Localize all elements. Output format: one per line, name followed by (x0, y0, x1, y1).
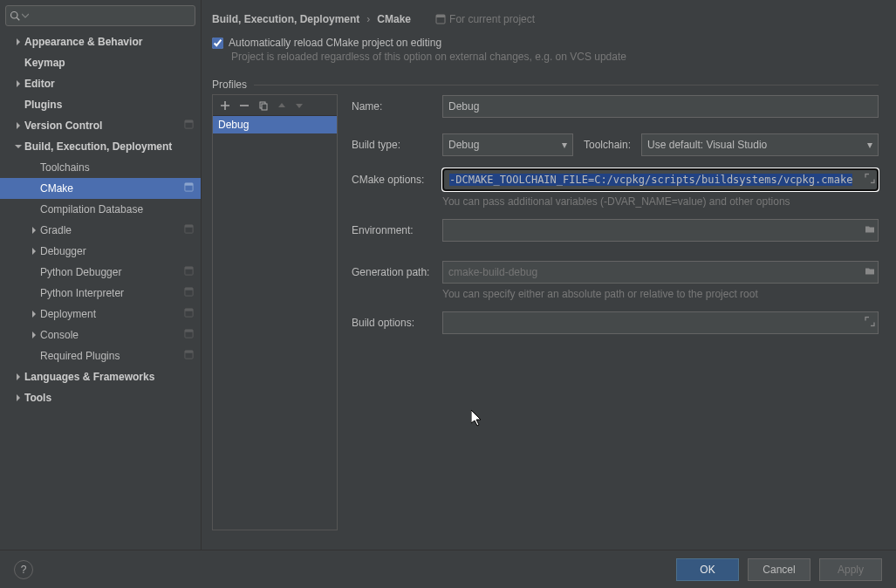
sidebar-item-label: Plugins (24, 99, 194, 111)
generation-path-hint: You can specify either an absolute path … (442, 288, 879, 300)
sidebar-item-label: Build, Execution, Deployment (24, 140, 194, 153)
sidebar-item-label: Editor (24, 78, 194, 90)
apply-button[interactable]: Apply (819, 558, 882, 581)
sidebar-item-label: Gradle (40, 224, 184, 236)
sidebar-item[interactable]: Tools (0, 387, 201, 408)
expand-icon[interactable] (865, 174, 875, 187)
toolchain-combo[interactable]: Use default: Visual Studio ▾ (641, 133, 879, 156)
chevron-right-icon (12, 394, 24, 401)
search-icon (10, 10, 20, 21)
environment-label: Environment: (352, 224, 442, 236)
move-up-button[interactable] (277, 101, 286, 110)
auto-reload-label: Automatically reload CMake project on ed… (229, 37, 441, 49)
cmake-options-input[interactable] (442, 168, 879, 191)
copy-profile-button[interactable] (258, 100, 269, 111)
sidebar-item[interactable]: Appearance & Behavior (0, 31, 201, 52)
project-scope-icon (184, 266, 194, 278)
help-button[interactable]: ? (14, 560, 33, 579)
sidebar-item[interactable]: Console (0, 325, 201, 345)
build-type-label: Build type: (352, 139, 442, 151)
chevron-right-icon (12, 373, 24, 380)
sidebar-item-label: Keymap (24, 57, 194, 69)
chevron-right-icon (12, 122, 24, 129)
chevron-right-icon: › (366, 13, 370, 25)
sidebar-item[interactable]: Debugger (0, 241, 201, 262)
project-scope-icon (184, 308, 194, 320)
expand-icon[interactable] (865, 317, 875, 330)
add-profile-button[interactable] (220, 100, 230, 111)
divider (254, 85, 879, 85)
breadcrumb-item: CMake (377, 13, 411, 25)
browse-icon[interactable] (865, 224, 875, 237)
sidebar-item-label: CMake (40, 182, 184, 195)
project-scope-icon (184, 287, 194, 299)
cmake-options-label: CMake options: (352, 174, 442, 186)
dialog-footer: ? OK Cancel Apply (0, 550, 896, 588)
generation-path-input[interactable] (442, 261, 879, 284)
auto-reload-checkbox[interactable] (212, 38, 223, 49)
sidebar-item[interactable]: Editor (0, 73, 201, 94)
build-options-input[interactable] (442, 311, 879, 334)
sidebar-item[interactable]: Gradle (0, 220, 201, 241)
sidebar-item-label: Toolchains (40, 161, 194, 174)
sidebar-item[interactable]: Compilation Database (0, 199, 201, 220)
chevron-down-icon: ▾ (562, 139, 567, 151)
sidebar-item[interactable]: Plugins (0, 94, 201, 115)
auto-reload-hint: Project is reloaded regardless of this o… (231, 51, 879, 63)
sidebar-item[interactable]: Build, Execution, Deployment (0, 136, 201, 157)
project-scope-icon (184, 120, 194, 132)
sidebar-item[interactable]: Version Control (0, 115, 201, 136)
sidebar-item[interactable]: Python Debugger (0, 262, 201, 283)
remove-profile-button[interactable] (239, 100, 250, 111)
name-input[interactable] (442, 95, 879, 118)
sidebar-item-label: Tools (24, 392, 194, 404)
project-scope-icon (184, 224, 194, 236)
settings-tree[interactable]: Appearance & BehaviorKeymapEditorPlugins… (0, 31, 201, 550)
project-scope-icon (184, 329, 194, 341)
sidebar-item[interactable]: CMake (0, 178, 201, 199)
cmake-options-hint: You can pass additional variables (-DVAR… (442, 195, 879, 208)
current-project-hint: For current project (435, 13, 535, 25)
settings-sidebar: Appearance & BehaviorKeymapEditorPlugins… (0, 0, 201, 550)
sidebar-item-label: Debugger (40, 245, 194, 257)
sidebar-item-label: Appearance & Behavior (24, 36, 194, 48)
build-type-combo[interactable]: Debug ▾ (442, 133, 573, 156)
sidebar-item[interactable]: Languages & Frameworks (0, 366, 201, 387)
search-input[interactable] (5, 5, 195, 26)
project-scope-icon (435, 14, 446, 24)
sidebar-item[interactable]: Keymap (0, 52, 201, 73)
project-scope-icon (184, 350, 194, 362)
project-scope-icon (184, 182, 194, 195)
browse-icon[interactable] (865, 266, 875, 279)
sidebar-item-label: Python Interpreter (40, 287, 184, 299)
generation-path-label: Generation path: (352, 266, 442, 278)
sidebar-item[interactable]: Python Interpreter (0, 283, 201, 304)
move-down-button[interactable] (295, 101, 304, 110)
ok-button[interactable]: OK (676, 558, 739, 581)
svg-rect-17 (185, 351, 193, 353)
environment-input[interactable] (442, 219, 879, 242)
sidebar-item[interactable]: Required Plugins (0, 345, 201, 366)
sidebar-item-label: Version Control (24, 120, 184, 132)
chevron-right-icon (28, 227, 40, 234)
profile-item[interactable]: Debug (213, 116, 337, 133)
svg-rect-11 (185, 288, 193, 291)
sidebar-item[interactable]: Toolchains (0, 157, 201, 178)
cancel-button[interactable]: Cancel (748, 558, 811, 581)
profiles-list: Debug (212, 94, 338, 530)
svg-rect-3 (185, 120, 193, 123)
chevron-right-icon (28, 311, 40, 318)
svg-rect-5 (185, 183, 193, 186)
name-label: Name: (352, 100, 442, 113)
toolchain-label: Toolchain: (584, 139, 631, 151)
chevron-down-icon (22, 10, 29, 22)
sidebar-item[interactable]: Deployment (0, 304, 201, 325)
sidebar-item-label: Required Plugins (40, 350, 184, 362)
svg-rect-13 (185, 309, 193, 311)
svg-rect-21 (262, 104, 267, 110)
breadcrumb-item: Build, Execution, Deployment (212, 13, 359, 25)
sidebar-item-label: Languages & Frameworks (24, 371, 194, 383)
settings-main: Build, Execution, Deployment › CMake For… (201, 0, 896, 550)
chevron-right-icon (12, 38, 24, 45)
chevron-right-icon (28, 332, 40, 338)
